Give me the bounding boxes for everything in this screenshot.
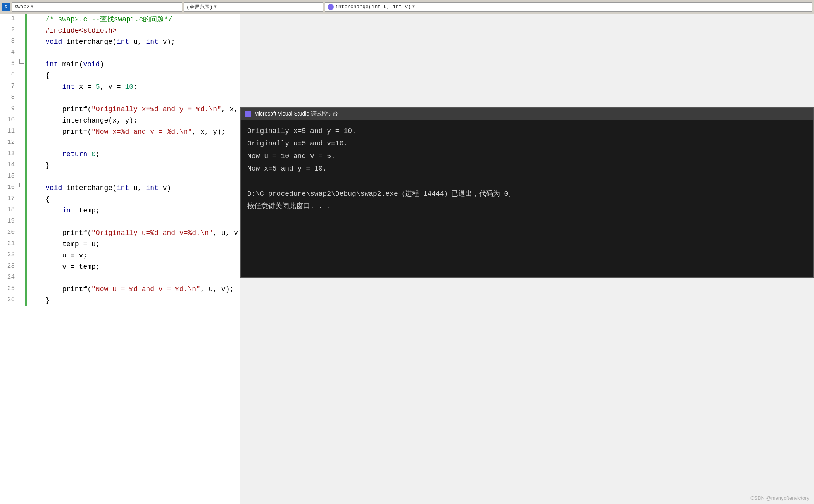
output-line-2: Originally u=5 and v=10. (247, 137, 807, 150)
code-line-10: 10 interchange(x, y); (0, 115, 240, 126)
line-num-5: 5 (0, 59, 19, 69)
line-num-12: 12 (0, 138, 19, 148)
code-line-18: 18 int temp; (0, 205, 240, 216)
line-num-26: 26 (0, 295, 19, 305)
debug-title-icon (245, 111, 251, 117)
code-editor[interactable]: 1 /* swap2.c --查找swap1.c的问题*/ 2 #include… (0, 14, 240, 504)
line-num-20: 20 (0, 228, 19, 238)
line-content-4 (27, 48, 240, 59)
line-content-6: { (27, 70, 240, 81)
debug-titlebar: Microsoft Visual Studio 调试控制台 (241, 108, 813, 120)
output-line-4: Now x=5 and y = 10. (247, 162, 807, 175)
line-content-12 (27, 138, 240, 149)
output-line-1: Originally x=5 and y = 10. (247, 125, 807, 137)
line-num-21: 21 (0, 239, 19, 249)
line-content-14: } (27, 160, 240, 171)
line-num-9: 9 (0, 104, 19, 114)
line-num-23: 23 (0, 261, 19, 271)
line-content-10: interchange(x, y); (27, 115, 240, 126)
line-content-24 (27, 273, 240, 284)
line-num-4: 4 (0, 48, 19, 58)
line-content-25: printf("Now u = %d and v = %d.\n", u, v)… (27, 284, 240, 295)
toolbar: S swap2 ▼ (全局范围) ▼ interchange(int u, in… (0, 0, 814, 14)
file-icon-label: S (5, 5, 7, 9)
code-line-23: 23 v = temp; (0, 261, 240, 273)
code-line-26: 26 } (0, 295, 240, 306)
line-content-21: temp = u; (27, 239, 240, 250)
code-line-12: 12 (0, 138, 240, 149)
line-content-22: u = v; (27, 250, 240, 261)
code-line-25: 25 printf("Now u = %d and v = %d.\n", u,… (0, 284, 240, 295)
code-line-20: 20 printf("Originally u=%d and v=%d.\n",… (0, 228, 240, 239)
debug-output: Originally x=5 and y = 10. Originally u=… (241, 120, 813, 217)
output-line-3: Now u = 10 and v = 5. (247, 150, 807, 162)
code-lines: 1 /* swap2.c --查找swap1.c的问题*/ 2 #include… (0, 14, 240, 306)
line-content-3: void interchange(int u, int v); (27, 36, 240, 48)
function-label: interchange(int u, int v) (335, 4, 411, 10)
watermark: CSDN @manyoftenvictory (750, 495, 809, 501)
file-icon: S (2, 3, 10, 11)
line-content-16: void interchange(int u, int v) (27, 183, 240, 194)
code-line-4: 4 (0, 48, 240, 59)
code-line-2: 2 #include<stdio.h> (0, 25, 240, 36)
line-content-15 (27, 171, 240, 183)
line-content-11: printf("Now x=%d and y = %d.\n", x, y); (27, 126, 240, 138)
filename-dropdown[interactable]: swap2 ▼ (12, 2, 182, 12)
line-content-5: int main(void) (27, 59, 240, 70)
function-dropdown[interactable]: interchange(int u, int v) ▼ (325, 2, 812, 12)
debug-title-text: Microsoft Visual Studio 调试控制台 (254, 110, 338, 117)
scope-dropdown[interactable]: (全局范围) ▼ (184, 2, 323, 12)
line-content-18: int temp; (27, 205, 240, 216)
line-num-10: 10 (0, 115, 19, 125)
line-content-13: return 0; (27, 149, 240, 160)
code-line-21: 21 temp = u; (0, 239, 240, 250)
code-line-3: 3 void interchange(int u, int v); (0, 36, 240, 48)
line-content-20: printf("Originally u=%d and v=%d.\n", u,… (27, 228, 240, 239)
line-num-3: 3 (0, 36, 19, 47)
line-content-9: printf("Originally x=%d and y = %d.\n", … (27, 104, 240, 115)
function-icon (328, 4, 334, 10)
line-num-6: 6 (0, 70, 19, 80)
line-num-13: 13 (0, 149, 19, 159)
code-line-14: 14 } (0, 160, 240, 171)
function-arrow: ▼ (412, 5, 415, 9)
collapse-5[interactable]: - (19, 59, 24, 64)
indicator-5[interactable]: - (19, 59, 25, 64)
code-line-8: 8 (0, 93, 240, 104)
code-line-17: 17 { (0, 194, 240, 205)
scope-label: (全局范围) (186, 3, 213, 10)
line-num-17: 17 (0, 194, 19, 204)
line-content-23: v = temp; (27, 261, 240, 273)
line-content-1: /* swap2.c --查找swap1.c的问题*/ (27, 14, 240, 25)
output-line-5 (247, 175, 807, 188)
collapse-16[interactable]: - (19, 183, 24, 187)
line-num-18: 18 (0, 205, 19, 215)
code-line-11: 11 printf("Now x=%d and y = %d.\n", x, y… (0, 126, 240, 138)
code-line-13: 13 return 0; (0, 149, 240, 160)
line-content-17: { (27, 194, 240, 205)
indicator-16[interactable]: - (19, 183, 25, 187)
line-num-1: 1 (0, 14, 19, 24)
line-content-2: #include<stdio.h> (27, 25, 240, 36)
line-num-14: 14 (0, 160, 19, 170)
line-content-8 (27, 93, 240, 104)
filename-arrow: ▼ (31, 5, 33, 9)
output-line-6: D:\C procedure\swap2\Debug\swap2.exe（进程 … (247, 188, 807, 200)
line-num-16: 16 (0, 183, 19, 193)
line-content-19 (27, 216, 240, 228)
line-num-8: 8 (0, 93, 19, 103)
code-line-22: 22 u = v; (0, 250, 240, 261)
line-num-25: 25 (0, 284, 19, 294)
line-num-22: 22 (0, 250, 19, 260)
line-num-19: 19 (0, 216, 19, 226)
editor-area: 1 /* swap2.c --查找swap1.c的问题*/ 2 #include… (0, 14, 814, 504)
code-line-19: 19 (0, 216, 240, 228)
line-num-7: 7 (0, 81, 19, 91)
right-panel: Microsoft Visual Studio 调试控制台 Originally… (240, 14, 814, 504)
line-num-24: 24 (0, 273, 19, 283)
line-num-11: 11 (0, 126, 19, 136)
code-line-15: 15 (0, 171, 240, 183)
output-line-7: 按任意键关闭此窗口. . . (247, 200, 807, 212)
debug-console: Microsoft Visual Studio 调试控制台 Originally… (240, 107, 814, 278)
line-content-26: } (27, 295, 240, 306)
